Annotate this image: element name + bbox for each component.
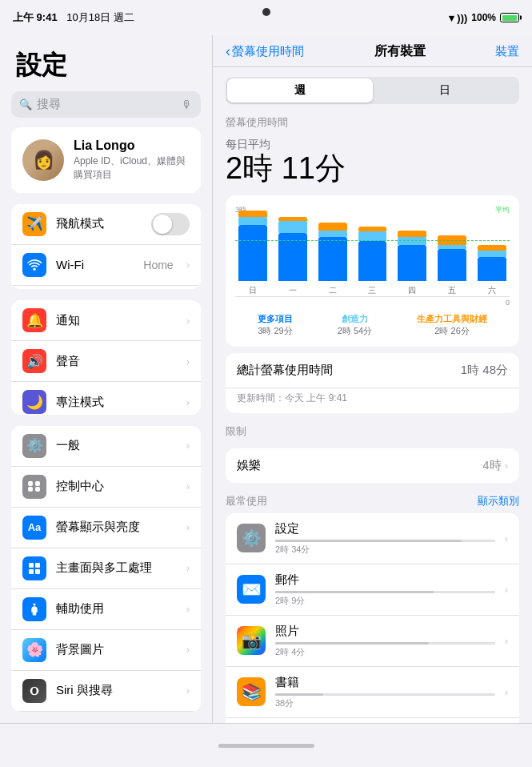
settings-item-sounds[interactable]: 🔊 聲音 › [11,341,201,382]
app-icon-books: 📚 [237,677,266,706]
accessibility-chevron: › [186,603,190,615]
airplane-toggle[interactable] [151,213,190,235]
focus-icon: 🌙 [22,390,46,414]
controlcenter-icon [22,475,46,499]
legend-item-creative: 創造力 2時 54分 [338,313,372,337]
settings-item-wifi[interactable]: Wi-Fi Home › [11,245,201,286]
general-chevron: › [186,440,190,452]
daily-avg-section: 每日平均 2時 11分 [213,135,532,195]
settings-item-bluetooth[interactable]: ⁂ 藍牙 開啟 › [11,286,201,290]
sounds-chevron: › [186,355,190,367]
settings-item-controlcenter[interactable]: 控制中心 › [11,467,201,508]
airplane-icon: ✈️ [22,212,46,236]
bar-group-sun: 日 [235,211,271,296]
wifi-label: Wi-Fi [56,258,134,271]
bar-group-fri: 五 [434,235,470,296]
search-icon: 🔍 [19,98,32,110]
nav-back-label: 螢幕使用時間 [232,44,304,59]
segment-day[interactable]: 日 [373,78,518,102]
settings-item-notifications[interactable]: 🔔 通知 › [11,300,201,341]
legend-time-more: 3時 29分 [258,325,293,337]
bar-teal-sat [478,251,506,257]
bar-teal-tue [318,231,347,237]
battery-icon [500,13,519,22]
most-used-header: 最常使用 顯示類別 [213,483,532,513]
chart-legend: 更多項目 3時 29分 創造力 2時 54分 生產力工具與財經 2時 26分 [235,313,510,337]
settings-item-siri[interactable]: Siri 與搜尋 › [11,671,201,712]
limit-row[interactable]: 娛樂 4時 › [226,448,519,483]
bar-orange-sun [238,211,267,217]
airplane-label: 飛航模式 [56,216,142,231]
settings-item-homescreen[interactable]: 主畫面與多工處理 › [11,548,201,589]
app-icon-settings: ⚙️ [237,524,266,552]
svg-rect-3 [35,569,40,574]
profile-card[interactable]: 👩 Lia Longo Apple ID、iCloud、媒體與購買項目 [11,127,201,193]
settings-item-general[interactable]: ⚙️ 一般 › [11,426,201,467]
app-item-photos[interactable]: 📸 照片 2時 4分 › [226,616,519,667]
legend-item-productivity: 生產力工具與財經 2時 26分 [417,313,487,337]
show-all-button[interactable]: 顯示類別 [478,494,519,508]
app-info-settings: 設定 2時 34分 [275,521,495,556]
settings-item-wallpaper[interactable]: 🌸 背景圖片 › [11,630,201,671]
bar-label-sun: 日 [249,285,257,296]
limit-chevron: › [505,460,508,472]
camera-notch [262,8,270,16]
nav-back-button[interactable]: ‹ 螢幕使用時間 [226,43,304,60]
bar-orange-wed [358,227,387,231]
app-name-settings: 設定 [275,521,495,536]
app-info-photos: 照片 2時 4分 [275,624,495,658]
bar-label-mon: 一 [289,285,297,296]
limit-section-header: 限制 [213,413,532,444]
app-chevron-settings: › [505,532,508,544]
bar-label-fri: 五 [448,285,456,296]
bar-group-mon: 一 [275,217,311,296]
svg-point-4 [34,603,36,605]
wifi-chevron: › [186,259,190,271]
nav-action-button[interactable]: 裝置 [495,44,519,59]
update-time: 更新時間：今天 上午 9:41 [226,388,519,413]
home-bar [0,723,532,767]
notifications-label: 通知 [56,313,174,328]
app-time-mail: 2時 9分 [275,595,495,607]
bar-group-sat: 六 [474,245,510,296]
chart-zero-label: 0 [506,299,510,307]
profile-info: Lia Longo Apple ID、iCloud、媒體與購買項目 [74,139,186,182]
sounds-icon: 🔊 [22,349,46,373]
limit-label: 娛樂 [237,458,261,473]
settings-item-airplane[interactable]: ✈️ 飛航模式 [11,204,201,245]
settings-panel: 設定 🔍 搜尋 🎙 👩 Lia Longo Apple ID、iCloud、媒體… [0,35,212,723]
bar-teal-mon [278,221,307,233]
settings-item-display[interactable]: Aa 螢幕顯示與亮度 › [11,508,201,548]
accessibility-icon [22,597,46,621]
bar-blue-thu [398,245,426,281]
app-name-photos: 照片 [275,624,495,639]
search-bar[interactable]: 🔍 搜尋 🎙 [11,91,201,118]
profile-subtitle: Apple ID、iCloud、媒體與購買項目 [74,155,186,182]
segment-week[interactable]: 週 [227,78,373,102]
sounds-label: 聲音 [56,354,174,369]
avatar: 👩 [22,139,64,181]
accessibility-label: 輔助使用 [56,601,174,616]
legend-label-creative: 創造力 [338,313,372,325]
legend-label-more: 更多項目 [258,313,293,325]
app-chevron-photos: › [505,635,508,647]
controlcenter-chevron: › [186,480,190,492]
settings-item-focus[interactable]: 🌙 專注模式 › [11,382,201,414]
search-placeholder: 搜尋 [37,97,177,112]
home-indicator[interactable] [218,744,314,748]
settings-item-accessibility[interactable]: 輔助使用 › [11,589,201,630]
app-item-mail[interactable]: ✉️ 郵件 2時 9分 › [226,564,519,616]
chart-area: 日 一 二 [235,217,510,297]
legend-label-productivity: 生產力工具與財經 [417,313,487,325]
app-info-books: 書籍 38分 [275,675,495,709]
bar-blue-sun [238,225,267,281]
wifi-icon: ▾ ))) [449,12,468,24]
daily-label: 每日平均 [226,138,519,152]
app-icon-photos: 📸 [237,626,266,655]
app-item-books[interactable]: 📚 書籍 38分 › [226,667,519,718]
nav-title: 所有裝置 [374,43,426,60]
app-item-settings[interactable]: ⚙️ 設定 2時 34分 › [226,513,519,564]
screentime-section-header: 螢幕使用時間 [213,104,532,135]
total-label: 總計螢幕使用時間 [237,363,333,378]
bar-blue-wed [358,241,387,281]
